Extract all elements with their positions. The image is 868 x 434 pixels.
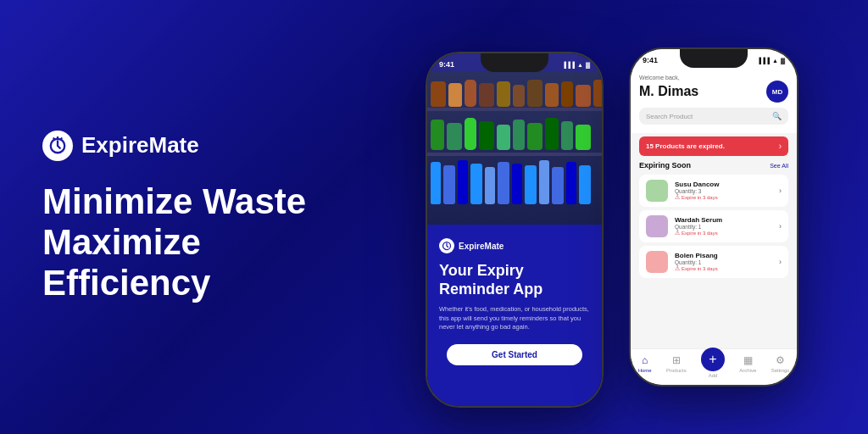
phone-splash: 9:41 ▐▐▐ ▲ ▓ bbox=[426, 52, 604, 408]
left-section: ExpireMate Minimize Waste Maximize Effic… bbox=[0, 97, 356, 338]
get-started-button[interactable]: Get Started bbox=[447, 344, 582, 365]
nav-home[interactable]: ⌂ Home bbox=[638, 354, 652, 378]
product-qty-1: Quantity: 3 bbox=[675, 188, 772, 194]
product-expire-3: ⚠ Expire in 3 days bbox=[675, 265, 772, 272]
see-all-link[interactable]: See All bbox=[770, 163, 788, 169]
product-info-2: Wardah Serum Quantity: 1 ⚠ Expire in 3 d… bbox=[675, 216, 772, 236]
signal-icon: ▐▐▐ bbox=[562, 62, 575, 68]
nav-archive[interactable]: ▦ Archive bbox=[739, 354, 756, 378]
svg-line-3 bbox=[61, 138, 62, 139]
product-thumb-2 bbox=[646, 215, 668, 237]
status-time-1: 9:41 bbox=[439, 60, 454, 69]
bottom-nav: ⌂ Home ⊞ Products + Add ▦ Archive ⚙ Se bbox=[631, 348, 797, 385]
section-header: Expiring Soon See All bbox=[631, 161, 797, 173]
product-item-1[interactable]: Susu Dancow Quantity: 3 ⚠ Expire in 3 da… bbox=[639, 175, 788, 207]
product-qty-2: Quantity: 1 bbox=[675, 224, 772, 230]
status-icons-2: ▐▐▐ ▲ ▓ bbox=[757, 58, 785, 64]
battery-icon: ▓ bbox=[586, 62, 590, 68]
wifi-icon-2: ▲ bbox=[772, 58, 778, 64]
welcome-text: Welcome back, bbox=[639, 75, 788, 81]
phone2-inner: 9:41 ▐▐▐ ▲ ▓ Welcome back, M. Dimas MD S… bbox=[631, 49, 797, 385]
search-bar[interactable]: Search Product 🔍 bbox=[639, 108, 788, 125]
product-qty-3: Quantity: 1 bbox=[675, 259, 772, 265]
expired-arrow-icon: › bbox=[779, 142, 782, 151]
expired-text: 15 Products are expired. bbox=[646, 142, 725, 150]
product-thumb-1 bbox=[646, 180, 668, 202]
phone1-bg: 9:41 ▐▐▐ ▲ ▓ bbox=[427, 53, 602, 406]
expire-icon-1: ⚠ bbox=[675, 194, 680, 201]
search-placeholder: Search Product bbox=[646, 113, 693, 120]
section-title: Expiring Soon bbox=[639, 161, 691, 170]
status-icons-1: ▐▐▐ ▲ ▓ bbox=[562, 62, 590, 68]
signal-icon-2: ▐▐▐ bbox=[757, 58, 770, 64]
product-name-2: Wardah Serum bbox=[675, 216, 772, 224]
product-arrow-1: › bbox=[779, 186, 782, 195]
phone-dashboard: 9:41 ▐▐▐ ▲ ▓ Welcome back, M. Dimas MD S… bbox=[629, 47, 798, 387]
phone1-brand: ExpireMate bbox=[439, 238, 504, 253]
brand-row: ExpireMate bbox=[42, 131, 314, 161]
expired-banner[interactable]: 15 Products are expired. › bbox=[639, 136, 788, 156]
nav-settings[interactable]: ⚙ Settings bbox=[771, 354, 790, 378]
notch-2 bbox=[680, 49, 748, 68]
product-name-1: Susu Dancow bbox=[675, 181, 772, 188]
settings-icon: ⚙ bbox=[776, 354, 785, 366]
product-item-2[interactable]: Wardah Serum Quantity: 1 ⚠ Expire in 3 d… bbox=[639, 210, 788, 242]
search-icon: 🔍 bbox=[772, 112, 782, 120]
headline-line2: Maximize Efficiency bbox=[42, 222, 314, 304]
phone1-description: Whether it's food, medication, or househ… bbox=[439, 305, 590, 332]
phones-container: 9:41 ▐▐▐ ▲ ▓ bbox=[356, 26, 868, 408]
product-name-3: Bolen Pisang bbox=[675, 252, 772, 259]
product-item-3[interactable]: Bolen Pisang Quantity: 1 ⚠ Expire in 3 d… bbox=[639, 246, 788, 278]
headline-line1: Minimize Waste bbox=[42, 181, 314, 222]
name-row: M. Dimas MD bbox=[639, 81, 788, 103]
brand-icon bbox=[42, 131, 73, 161]
brand-name: ExpireMate bbox=[81, 132, 199, 159]
product-expire-1: ⚠ Expire in 3 days bbox=[675, 194, 772, 201]
expire-icon-3: ⚠ bbox=[675, 265, 680, 272]
product-arrow-2: › bbox=[779, 222, 782, 231]
user-avatar[interactable]: MD bbox=[766, 81, 788, 103]
product-arrow-3: › bbox=[779, 258, 782, 266]
user-name: M. Dimas bbox=[639, 84, 698, 99]
home-icon: ⌂ bbox=[642, 354, 648, 366]
phone1-content: ExpireMate Your Expiry Reminder App Whet… bbox=[427, 225, 602, 406]
phone1-headline: Your Expiry Reminder App bbox=[439, 262, 542, 298]
product-thumb-3 bbox=[646, 251, 668, 273]
status-time-2: 9:41 bbox=[643, 56, 658, 64]
wifi-icon: ▲ bbox=[577, 62, 583, 68]
expire-icon-2: ⚠ bbox=[675, 230, 680, 236]
products-icon: ⊞ bbox=[672, 354, 681, 366]
product-expire-2: ⚠ Expire in 3 days bbox=[675, 230, 772, 236]
headline: Minimize Waste Maximize Efficiency bbox=[42, 181, 314, 304]
archive-icon: ▦ bbox=[743, 354, 753, 366]
product-info-3: Bolen Pisang Quantity: 1 ⚠ Expire in 3 d… bbox=[675, 252, 772, 272]
phone1-brand-name: ExpireMate bbox=[459, 242, 504, 251]
battery-icon-2: ▓ bbox=[781, 58, 785, 64]
phone2-header: Welcome back, M. Dimas MD Search Product… bbox=[631, 68, 797, 133]
svg-line-2 bbox=[53, 138, 54, 139]
nav-add[interactable]: + Add bbox=[701, 354, 725, 378]
phone1-brand-icon bbox=[439, 238, 454, 253]
shelf-image bbox=[427, 72, 602, 225]
nav-products[interactable]: ⊞ Products bbox=[666, 354, 687, 378]
product-info-1: Susu Dancow Quantity: 3 ⚠ Expire in 3 da… bbox=[675, 181, 772, 201]
add-button[interactable]: + bbox=[701, 348, 725, 371]
notch-1 bbox=[481, 53, 548, 72]
